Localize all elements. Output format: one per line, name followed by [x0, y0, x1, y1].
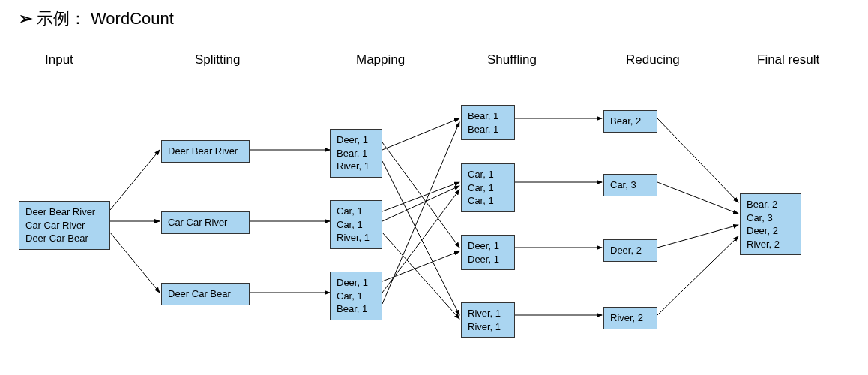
map-box-2: Car, 1 Car, 1 River, 1 — [330, 200, 382, 249]
svg-line-14 — [382, 190, 459, 292]
header-reducing: Reducing — [626, 52, 680, 68]
final-result-box: Bear, 2 Car, 3 Deer, 2 River, 2 — [740, 194, 801, 255]
shuffle-box-1: Bear, 1 Bear, 1 — [461, 105, 515, 140]
svg-line-12 — [382, 232, 459, 319]
header-final: Final result — [757, 52, 819, 68]
bullet-icon: ➢ — [19, 9, 32, 28]
reduce-box-3: Deer, 2 — [603, 239, 657, 262]
svg-line-3 — [110, 232, 160, 292]
map-box-3: Deer, 1 Car, 1 Bear, 1 — [330, 272, 382, 320]
svg-line-22 — [657, 225, 738, 248]
svg-line-7 — [382, 142, 459, 248]
svg-line-8 — [382, 118, 459, 150]
connector-arrows — [0, 0, 868, 375]
svg-line-11 — [382, 186, 459, 221]
header-shuffling: Shuffling — [487, 52, 537, 68]
header-splitting: Splitting — [195, 52, 240, 68]
shuffle-box-4: River, 1 River, 1 — [461, 302, 515, 338]
svg-line-23 — [657, 236, 738, 315]
svg-line-9 — [382, 161, 459, 315]
reduce-box-4: River, 2 — [603, 307, 657, 329]
reduce-box-2: Car, 3 — [603, 174, 657, 196]
map-box-1: Deer, 1 Bear, 1 River, 1 — [330, 129, 382, 178]
split-box-2: Car Car River — [161, 212, 250, 234]
svg-line-13 — [382, 251, 459, 281]
svg-line-10 — [382, 182, 459, 212]
shuffle-box-2: Car, 1 Car, 1 Car, 1 — [461, 164, 515, 212]
shuffle-box-3: Deer, 1 Deer, 1 — [461, 235, 515, 270]
svg-line-1 — [110, 150, 160, 210]
svg-line-20 — [657, 118, 738, 202]
split-box-1: Deer Bear River — [161, 140, 250, 163]
input-box: Deer Bear River Car Car River Deer Car B… — [19, 201, 110, 250]
svg-line-21 — [657, 182, 738, 214]
split-box-3: Deer Car Bear — [161, 283, 250, 305]
svg-line-15 — [382, 122, 459, 304]
header-mapping: Mapping — [356, 52, 405, 68]
reduce-box-1: Bear, 2 — [603, 110, 657, 133]
diagram-title: ➢ 示例： WordCount — [19, 8, 849, 30]
title-prefix: 示例： — [37, 8, 86, 30]
title-name: WordCount — [91, 9, 174, 28]
header-input: Input — [45, 52, 73, 68]
